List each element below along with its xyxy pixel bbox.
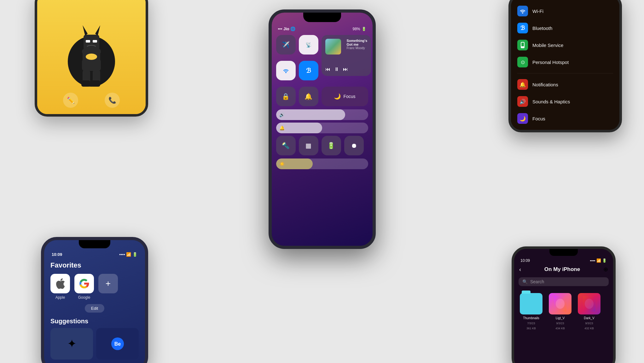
airplane-mode-button[interactable]: ✈️ [276, 35, 296, 55]
file-thumbnails[interactable]: Thumbnails 7/3/23 361 KB [519, 293, 544, 330]
bluetooth-toggle-button[interactable]: ℬ [299, 61, 318, 80]
now-playing-widget[interactable]: Something's Got me Franc Moody ⏮ ⏸ ⏭ [322, 35, 371, 76]
files-status-bar: 10:09 ▪▪▪▪ 📶 🔋 [514, 257, 613, 263]
flashlight-button[interactable]: 🔦 [276, 136, 296, 155]
search-placeholder: Search [530, 279, 544, 284]
wifi-toggle-button[interactable] [276, 61, 296, 80]
edit-button[interactable]: Edit [85, 304, 104, 313]
files-page-title: On My iPhone [544, 266, 580, 273]
apple-app-icon [50, 274, 70, 293]
mute-button[interactable]: 🔔 [299, 87, 318, 106]
ligt-v-date: 9/3/23 [556, 322, 564, 325]
volume-slider[interactable]: 🔊 [276, 109, 368, 120]
bell-icon: 🔔 [279, 125, 285, 130]
control-content: ✈️ 📡 ℬ [272, 32, 373, 174]
svg-point-23 [585, 299, 594, 309]
sounds-icon: 🔊 [517, 96, 528, 107]
control-row-2: 🔒 🔔 🌙 Focus [276, 87, 368, 106]
files-options-icon[interactable]: ⊕ [603, 266, 608, 273]
settings-item-wifi[interactable]: Wi-Fi [511, 3, 619, 20]
svg-rect-7 [86, 40, 90, 43]
hotspot-icon: ⊙ [517, 57, 528, 67]
notifications-icon: 🔔 [517, 79, 528, 90]
qr-scanner-button[interactable]: ▦ [299, 136, 318, 155]
dark-v-date: 9/3/23 [585, 322, 593, 325]
batman-figure [63, 17, 120, 90]
svg-rect-10 [100, 52, 107, 61]
brightness-slider[interactable]: ☀️ [276, 158, 368, 169]
settings-item-focus[interactable]: 🌙 Focus [511, 110, 619, 127]
bottom-control-pair: ℬ [276, 61, 318, 80]
fav-app-add[interactable]: + [98, 274, 118, 300]
ligt-v-name: Ligt_V [556, 316, 565, 320]
file-ligt-v[interactable]: Ligt_V 9/3/23 434 KB [548, 293, 573, 330]
thumbnails-size: 361 KB [526, 327, 536, 330]
favorites-screen: 10:09 ▪▪▪▪ 📶 🔋 Favorites Apple [44, 240, 145, 363]
favorites-grid: Apple Google + [50, 274, 139, 300]
svg-text:Be: Be [114, 341, 121, 347]
batman-screen: ✏️ 📞 [37, 0, 146, 114]
battery-button[interactable]: 🔋 [322, 136, 341, 155]
dynamic-island [303, 13, 341, 22]
svg-rect-9 [76, 52, 83, 61]
screentime-icon: ⏱ [517, 130, 528, 132]
fav-app-apple[interactable]: Apple [50, 274, 70, 300]
files-search-bar[interactable]: 🔍 Search [519, 277, 609, 286]
control-screen: ▪▪▪ Jio 🌐 98% 🔋 ✈️ 📡 [272, 13, 373, 246]
svg-rect-14 [91, 80, 100, 87]
settings-item-sounds[interactable]: 🔊 Sounds & Haptics [511, 93, 619, 110]
edit-icon[interactable]: ✏️ [63, 93, 78, 108]
apple-app-label: Apple [55, 295, 65, 300]
phone-batman: ✏️ 📞 [35, 0, 148, 117]
play-pause-button[interactable]: ⏸ [334, 66, 339, 72]
files-header: ‹ On My iPhone ⊕ [514, 263, 613, 275]
phone-files: 10:09 ▪▪▪▪ 📶 🔋 ‹ On My iPhone ⊕ 🔍 Search… [512, 246, 616, 363]
dark-thumbnail-icon [578, 293, 600, 314]
focus-button[interactable]: 🌙 Focus [322, 87, 368, 106]
cellular-button[interactable]: 📡 [299, 35, 318, 55]
settings-item-mobile[interactable]: Mobile Service [511, 37, 619, 54]
mobile-icon [517, 40, 528, 50]
settings-item-hotspot[interactable]: ⊙ Personal Hotspot [511, 54, 619, 71]
phone-icon[interactable]: 📞 [105, 93, 120, 108]
control-row-1: ✈️ 📡 ℬ [276, 35, 368, 84]
phone-settings: Wi-Fi ℬ Bluetooth Mobile Service ⊙ Perso… [508, 0, 622, 132]
fav-time: 10:09 [52, 252, 62, 257]
fast-forward-button[interactable]: ⏭ [343, 66, 348, 72]
bell-slider[interactable]: 🔔 [276, 123, 368, 133]
rewind-button[interactable]: ⏮ [325, 66, 330, 72]
sounds-label: Sounds & Haptics [532, 99, 570, 104]
mobile-label: Mobile Service [532, 43, 563, 48]
suggestion-sparkle[interactable]: ✦ [50, 328, 93, 360]
phone-control-center: ▪▪▪ Jio 🌐 98% 🔋 ✈️ 📡 [269, 9, 376, 249]
volume-slider-row: 🔊 [276, 109, 368, 120]
settings-item-bluetooth[interactable]: ℬ Bluetooth [511, 20, 619, 37]
fav-content: Favorites Apple [44, 258, 145, 363]
files-dynamic-island [549, 249, 578, 256]
batman-bottom-bar: ✏️ 📞 [37, 93, 146, 108]
files-grid: Thumbnails 7/3/23 361 KB [514, 288, 613, 335]
wifi-label: Wi-Fi [532, 9, 543, 14]
suggestion-behance[interactable]: Be [96, 328, 139, 360]
song-artist: Franc Moody [347, 46, 368, 50]
add-app-icon: + [98, 274, 118, 293]
files-back-button[interactable]: ‹ [519, 266, 521, 273]
fav-app-google[interactable]: Google [74, 274, 94, 300]
svg-rect-4 [84, 35, 99, 50]
volume-icon: 🔊 [279, 112, 285, 117]
screen-record-button[interactable]: ⏺ [344, 136, 364, 155]
settings-item-notifications[interactable]: 🔔 Notifications [511, 76, 619, 93]
thumbnails-date: 7/3/23 [527, 322, 535, 325]
brightness-icon: ☀️ [279, 161, 285, 166]
status-bar: ▪▪▪ Jio 🌐 98% 🔋 [272, 25, 373, 32]
settings-screen: Wi-Fi ℬ Bluetooth Mobile Service ⊙ Perso… [511, 0, 619, 130]
status-battery: 98% 🔋 [352, 27, 366, 31]
svg-point-21 [556, 299, 565, 309]
thumbnails-name: Thumbnails [523, 316, 539, 320]
file-dark-v[interactable]: Dark_V 9/3/23 432 KB [577, 293, 602, 330]
album-art [325, 39, 341, 55]
rotation-lock-button[interactable]: 🔒 [276, 87, 296, 106]
files-time: 10:09 [520, 258, 530, 263]
settings-item-screentime[interactable]: ⏱ Screen Time [511, 127, 619, 132]
hotspot-label: Personal Hotspot [532, 60, 569, 65]
